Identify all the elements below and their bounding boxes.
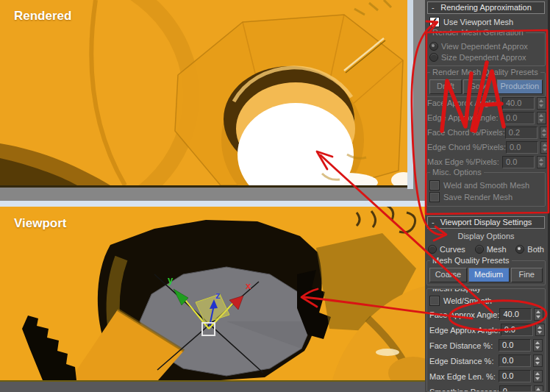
spinner[interactable] [533,370,543,382]
checkbox-label: Weld/Smooth [443,296,492,305]
field-label: Face Chord %/Pixels: [427,128,505,137]
edge-distance-field[interactable]: 0.0 [499,354,531,367]
radio-item: Mesh [475,245,507,254]
fine-button[interactable]: Fine [511,268,543,282]
field-label: Face Approx Angle: [427,99,502,107]
smoothing-passes-field[interactable]: 0 [499,385,532,392]
group-title: Render Mesh Generation [430,28,526,37]
display-options-radios: Curves Mesh Both [428,243,544,254]
checkbox-row: Save Render Mesh [429,191,543,203]
field-label: Face Approx Angle: [429,310,499,319]
mesh-quality-presets-group: Mesh Quality Presets Coarse Medium Fine [426,260,546,285]
both-radio[interactable] [515,245,524,254]
max-edge-field[interactable]: 0.0 [502,156,535,168]
viewport-captures: y x z Rendered Viewport [0,0,425,392]
group-title: Misc. Options [430,168,484,177]
spinner[interactable] [533,339,543,352]
viewport-illustration: y x z [0,207,425,380]
checkbox-row: Weld and Smooth Mesh [429,179,543,191]
size-dependent-approx-radio[interactable] [429,53,438,62]
draft-button[interactable]: Draft [429,79,462,94]
field-row: Max Edge Len. %: 0.0 [429,368,543,384]
gizmo-y-label: y [168,274,174,285]
production-button[interactable]: Production [497,79,543,94]
edge-approx-angle-field[interactable]: 0.0 [502,112,535,124]
weld-smooth-checkbox[interactable] [429,296,440,306]
rollout-header-viewport-display-settings[interactable]: - Viewport Display Settings [427,216,545,229]
window-border-vertical [407,0,413,189]
use-viewport-mesh-row: Use Viewport Mesh [429,16,513,28]
medium-button[interactable]: Medium [468,268,510,282]
spinner[interactable] [535,324,545,336]
radio-item: Both [515,245,544,254]
radio-label: Curves [440,245,465,254]
gizmo-z-label: z [215,290,221,301]
weld-and-smooth-mesh-checkbox[interactable] [429,180,440,190]
face-distance-field[interactable]: 0.0 [499,339,531,352]
curves-radio[interactable] [428,245,437,254]
field-label: Face Distance %: [429,341,499,350]
checkbox-row: Weld/Smooth [429,295,543,307]
field-row: Face Approx Angle: 40.0 [429,307,543,322]
render-approx-fields: Face Approx Angle: 40.0 Edge Approx Angl… [427,96,546,169]
rendered-image [0,0,407,188]
group-title: Render Mesh Quality Presets [430,68,540,76]
misc-options-group: Misc. Options Weld and Smooth Mesh Save … [426,172,546,207]
collapse-icon: - [432,217,435,228]
good-button[interactable]: Good [463,79,496,94]
view-dependent-approx-radio[interactable] [429,42,438,51]
spinner[interactable] [537,97,546,110]
field-row: Face Approx Angle: 40.0 [427,96,546,110]
radio-row: Size Dependent Approx [429,51,543,63]
spinner[interactable] [537,156,546,168]
spinner[interactable] [534,385,543,392]
face-chord-field[interactable]: 0.2 [505,126,538,139]
coarse-button[interactable]: Coarse [429,268,467,282]
collapse-icon: - [432,2,435,13]
gizmo-x-label: x [246,280,251,291]
radio-row: View Dependent Approx [429,40,543,51]
face-approx-angle-field[interactable]: 40.0 [502,97,535,110]
viewport-caption: Viewport [14,216,66,231]
radio-item: Curves [428,245,465,254]
mesh-display-group: Mesh Display Weld/Smooth Face Approx Ang… [426,288,546,392]
render-mesh-quality-presets-group: Render Mesh Quality Presets Draft Good P… [426,72,546,97]
spinner[interactable] [534,308,543,321]
preset-buttons: Draft Good Production [429,79,543,94]
checkbox-label: Save Render Mesh [443,193,512,202]
field-row: Face Chord %/Pixels: 0.2 [427,125,546,140]
group-title: Mesh Display [430,288,483,293]
field-row: Edge Approx Angle: 0.0 [429,322,543,338]
rendered-caption: Rendered [14,9,71,24]
radio-label: View Dependent Approx [441,42,528,51]
spinner[interactable] [537,112,546,124]
face-approx-angle-field[interactable]: 40.0 [499,308,532,321]
field-row: Smoothing Passes: 0 [429,384,543,392]
field-label: Max Edge Len. %: [429,372,499,381]
field-label: Edge Approx Angle: [427,113,502,122]
rendered-illustration [0,0,407,185]
rollout-header-rendering-approximation[interactable]: - Rendering Approximation [427,1,545,14]
edge-chord-field[interactable]: 0.0 [506,141,538,154]
field-row: Face Distance %: 0.0 [429,338,543,353]
field-label: Smoothing Passes: [429,388,499,392]
field-label: Max Edge %/Pixels: [427,157,502,166]
command-panel: - Rendering Approximation Use Viewport M… [425,0,550,392]
rollout-title: Rendering Approximation [440,3,532,12]
field-row: Edge Chord %/Pixels: 0.0 [427,140,546,154]
save-render-mesh-checkbox[interactable] [429,192,440,202]
use-viewport-mesh-checkbox[interactable] [429,17,440,27]
rollout-title: Viewport Display Settings [440,218,532,227]
viewport-image: y x z [0,207,425,380]
field-label: Edge Chord %/Pixels: [427,143,506,152]
edge-approx-angle-field[interactable]: 0.0 [501,324,533,336]
field-label: Edge Approx Angle: [429,326,501,335]
screenshot-root: y x z Rendered Viewport - Rendering Appr… [0,0,550,392]
max-edge-len-field[interactable]: 0.0 [499,370,531,382]
radio-label: Both [527,245,544,254]
field-row: Edge Approx Angle: 0.0 [427,110,546,125]
mesh-radio[interactable] [475,245,484,254]
field-label: Edge Distance %: [429,357,499,366]
field-row: Edge Distance %: 0.0 [429,353,543,368]
spinner[interactable] [533,354,543,367]
